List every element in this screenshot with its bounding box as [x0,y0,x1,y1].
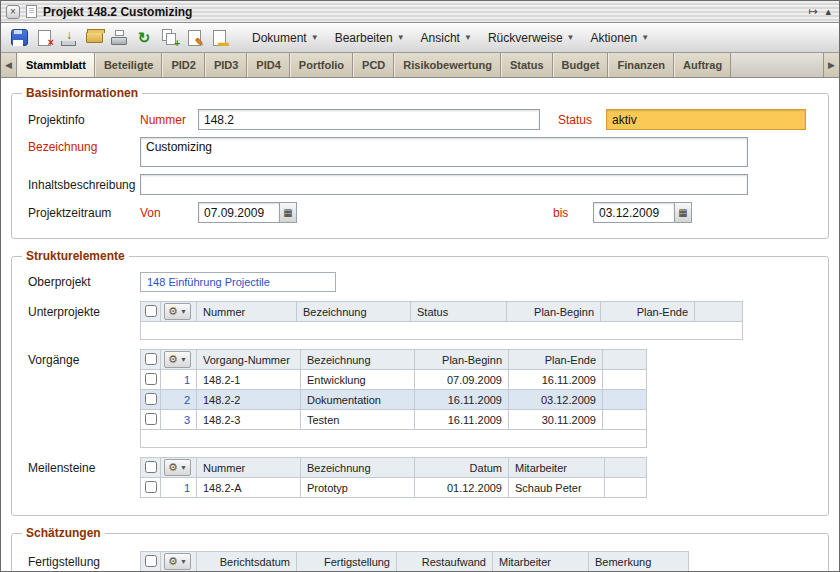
column-header-filler [695,302,743,322]
meilensteine-label: Meilensteine [28,457,140,475]
projektinfo-row: Projektinfo Nummer Status [28,109,820,130]
inhaltsbeschreibung-input[interactable] [140,174,748,195]
cell-mitarbeiter: Schaub Peter [509,478,605,498]
refresh-icon: ↻ [138,29,151,47]
status-label: Status [558,113,606,127]
cell-plan-beginn: 16.11.2009 [415,410,509,430]
tab-pcd[interactable]: PCD [353,53,394,77]
calendar-icon: ▦ [283,207,292,218]
select-all-checkbox[interactable] [145,353,157,365]
copy-button[interactable]: + [159,28,179,48]
tab-auftrag[interactable]: Auftrag [674,53,731,77]
tab-pid2[interactable]: PID2 [162,53,204,77]
app-window: × Projekt 148.2 Customizing ↦ ▴ × ↓ ↻ + … [0,0,840,572]
row-index-link[interactable]: 3 [184,414,190,426]
row-checkbox[interactable] [145,393,157,405]
projektzeitraum-row: Projektzeitraum Von ▦ bis ▦ [28,202,820,223]
delete-document-button[interactable]: × [34,28,54,48]
bis-date-input[interactable] [593,202,675,223]
tab-risikobewertung[interactable]: Risikobewertung [394,53,501,77]
cell-nummer: 148.2-3 [197,410,301,430]
print-icon [115,30,124,36]
basisinformationen-section: Basisinformationen Projektinfo Nummer St… [11,86,829,239]
arrow-right-icon: ▶ [828,60,835,70]
menu-ansicht[interactable]: Ansicht▼ [413,28,480,48]
open-folder-button[interactable] [84,28,104,48]
menu-aktionen[interactable]: Aktionen▼ [583,28,658,48]
header-row: ⚙▼ Berichtsdatum Fertigstellung Restaufw… [141,552,689,572]
bezeichnung-label: Bezeichnung [28,137,140,154]
cell-datum: 01.12.2009 [415,478,509,498]
oberprojekt-link[interactable]: 148 Einführung Projectile [147,276,270,288]
chevron-down-icon: ▼ [180,356,187,363]
bezeichnung-input[interactable]: Customizing [140,137,748,167]
column-header: Bezeichnung [301,350,415,370]
chevron-down-icon: ▼ [567,33,575,42]
status-input[interactable] [606,109,806,130]
print-button[interactable] [109,28,129,48]
close-icon: × [10,7,16,17]
row-checkbox[interactable] [145,413,157,425]
section-legend: Basisinformationen [22,86,142,100]
menu-bearbeiten[interactable]: Bearbeiten▼ [327,28,413,48]
refresh-button[interactable]: ↻ [134,28,154,48]
tab-pid3[interactable]: PID3 [205,53,247,77]
arrow-left-icon: ◀ [5,60,12,70]
save-icon [11,29,28,46]
select-all-checkbox[interactable] [145,305,157,317]
chevron-down-icon: ▼ [464,33,472,42]
tab-budget[interactable]: Budget [553,53,609,77]
von-date-group: ▦ [198,202,297,223]
tab-scroll-right-button[interactable]: ▶ [823,53,839,77]
tab-finanzen[interactable]: Finanzen [608,53,674,77]
actions-gear-button[interactable]: ⚙▼ [164,459,191,476]
cell-nummer: 148.2-1 [197,370,301,390]
edit-button[interactable]: ✎ [184,28,204,48]
tab-scroll-left-button[interactable]: ◀ [1,53,17,77]
chevron-down-icon: ▼ [180,464,187,471]
shade-window-icon[interactable]: ▴ [825,5,831,18]
table-row: 1 148.2-A Prototyp 01.12.2009 Schaub Pet… [141,478,647,498]
empty-row [141,430,647,448]
chevron-down-icon: ▼ [180,558,187,565]
actions-gear-button[interactable]: ⚙▼ [164,351,191,368]
menu-bar: Dokument▼ Bearbeiten▼ Ansicht▼ Rückverwe… [244,28,657,48]
title-bar: × Projekt 148.2 Customizing ↦ ▴ [1,1,839,23]
row-index-link[interactable]: 1 [184,374,190,386]
nummer-input[interactable] [198,109,540,130]
unterprojekte-row: Unterprojekte ⚙▼ Nummer Bezeichnung Stat… [28,301,820,340]
von-date-input[interactable] [198,202,280,223]
tab-stammblatt[interactable]: Stammblatt [17,53,95,77]
row-index-link[interactable]: 2 [184,394,190,406]
import-button[interactable]: ↓ [59,28,79,48]
tab-pid4[interactable]: PID4 [247,53,289,77]
close-window-button[interactable]: × [6,5,20,19]
column-header: Plan-Ende [601,302,695,322]
oberprojekt-row: Oberprojekt 148 Einführung Projectile [28,272,820,292]
cell-bezeichnung: Prototyp [301,478,415,498]
tab-status[interactable]: Status [501,53,553,77]
unterprojekte-label: Unterprojekte [28,301,140,319]
row-index-link[interactable]: 1 [184,482,190,494]
actions-gear-button[interactable]: ⚙▼ [164,553,191,570]
bis-date-group: ▦ [593,202,692,223]
actions-gear-button[interactable]: ⚙▼ [164,303,191,320]
tab-portfolio[interactable]: Portfolio [290,53,353,77]
select-all-checkbox[interactable] [145,555,157,567]
note-button[interactable]: ▬ [209,28,229,48]
column-header: Nummer [197,302,297,322]
detach-window-icon[interactable]: ↦ [808,5,817,18]
row-checkbox[interactable] [145,481,157,493]
von-calendar-button[interactable]: ▦ [280,202,297,223]
save-button[interactable] [9,28,29,48]
select-all-checkbox[interactable] [145,461,157,473]
gear-icon: ⚙ [168,354,178,365]
menu-dokument[interactable]: Dokument▼ [244,28,327,48]
tab-beteiligte[interactable]: Beteiligte [95,53,163,77]
bis-label: bis [553,206,593,220]
row-checkbox[interactable] [145,373,157,385]
bis-calendar-button[interactable]: ▦ [675,202,692,223]
menu-rueckverweise[interactable]: Rückverweise▼ [480,28,583,48]
oberprojekt-label: Oberprojekt [28,275,140,289]
cell-plan-beginn: 16.11.2009 [415,390,509,410]
